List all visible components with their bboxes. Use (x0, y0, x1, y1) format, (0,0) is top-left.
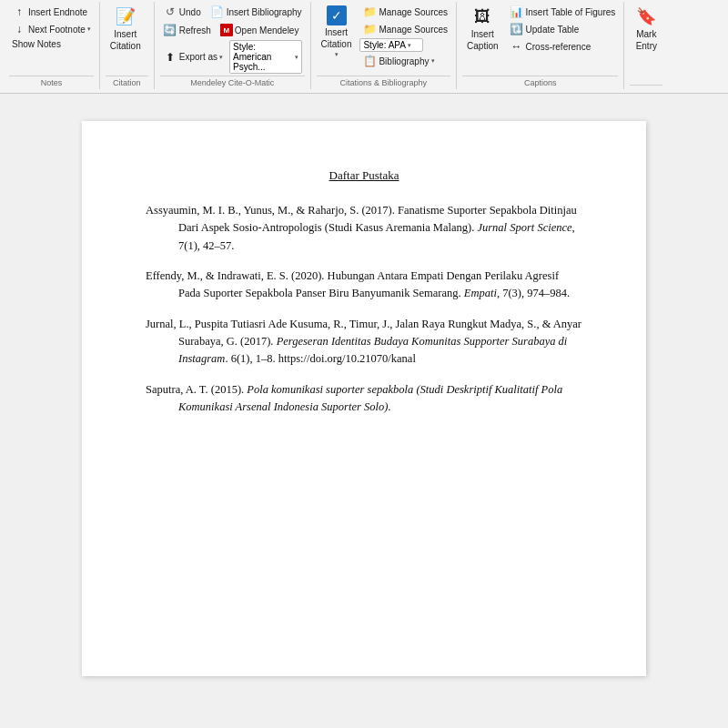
manage-sources-icon-2: 📁 (362, 22, 377, 36)
ref1-italic: Jurnal Sport Science (477, 221, 571, 234)
next-footnote-button[interactable]: ↓ Next Footnote ▾ (9, 21, 94, 37)
reference-entry-1: Assyaumin, M. I. B., Yunus, M., & Raharj… (146, 202, 582, 255)
dropdown-arrow: ▾ (87, 25, 91, 33)
citation-group-label: Citation (106, 76, 148, 87)
bibliography-button[interactable]: 📋 Bibliography ▾ (359, 53, 450, 69)
mark-entry-icon: 🔖 (635, 5, 657, 27)
ref3-text2: . 6(1), 1–8. https://doi.org/10.21070/ka… (225, 352, 415, 365)
undo-icon: ↺ (163, 5, 177, 19)
ribbon: ↑ Insert Endnote ↓ Next Footnote ▾ Show … (0, 0, 728, 94)
citations-group-label: Citations & Bibliography (317, 76, 451, 87)
cross-reference-button[interactable]: ↔ Cross-reference (507, 38, 619, 55)
insert-endnote-button[interactable]: ↑ Insert Endnote (9, 4, 94, 20)
style-dropdown-mendeley[interactable]: Style: American Psych... ▾ (229, 40, 302, 74)
table-of-figures-icon: 📊 (510, 5, 524, 19)
ribbon-group-insert-citation: 📝 Insert Citation Citation (100, 2, 155, 89)
ref2-italic: Empati (464, 287, 497, 299)
insert-caption-icon: 🖼 (471, 5, 493, 27)
manage-sources-button[interactable]: 📁 Manage Sources (359, 4, 450, 20)
reference-entry-4: Saputra, A. T. (2015). Pola komunikasi s… (146, 381, 582, 417)
ref4-text: Saputra, A. T. (2015). (146, 383, 247, 396)
undo-button[interactable]: ↺ Undo (160, 4, 204, 20)
mendeley-group-label: Mendeley Cite-O-Matic (160, 76, 305, 87)
apa-dropdown-arrow: ▾ (408, 42, 411, 49)
insert-citation-icon: 📝 (115, 5, 136, 27)
ribbon-group-mendeley: ↺ Undo 📄 Insert Bibliography 🔄 Refresh M (155, 2, 311, 89)
export-icon: ⬆ (163, 50, 177, 65)
refresh-button[interactable]: 🔄 Refresh (160, 22, 214, 38)
refresh-icon: 🔄 (163, 23, 177, 37)
document-title: Daftar Pustaka (146, 167, 582, 186)
index-group-label (630, 85, 662, 87)
endnote-icon: ↑ (12, 5, 26, 19)
mark-entry-button[interactable]: 🔖 Mark Entry (630, 4, 662, 53)
document-page: Daftar Pustaka Assyaumin, M. I. B., Yunu… (82, 121, 646, 676)
export-dropdown-arrow: ▾ (219, 54, 223, 61)
insert-citation-2-icon: ✓ (327, 5, 347, 25)
bibliography-icon: 📋 (362, 54, 377, 68)
mendeley-logo: M (220, 24, 233, 36)
reference-entry-2: Effendy, M., & Indrawati, E. S. (2020). … (146, 268, 582, 303)
style-dropdown-arrow: ▾ (295, 54, 298, 61)
insert-citation-large-button[interactable]: 📝 Insert Citation (106, 4, 146, 53)
ref2-text2: , 7(3), 974–984. (497, 287, 570, 299)
notes-group-label: Notes (9, 76, 94, 87)
document-area: Daftar Pustaka Assyaumin, M. I. B., Yunu… (0, 94, 728, 703)
ribbon-group-captions: 🖼 Insert Caption 📊 Insert Table of Figur… (457, 2, 624, 89)
cross-reference-icon: ↔ (510, 39, 524, 54)
update-table-button[interactable]: 🔃 Update Table (507, 21, 619, 37)
insert-caption-button[interactable]: 🖼 Insert Caption (462, 4, 502, 53)
ref4-text2: . (388, 400, 390, 413)
insert-bibliography-mendeley-button[interactable]: 📄 Insert Bibliography (207, 4, 305, 20)
style-apa-dropdown[interactable]: Style: APA ▾ (359, 38, 423, 52)
manage-sources-icon: 📁 (362, 5, 377, 19)
insert-table-of-figures-button[interactable]: 📊 Insert Table of Figures (507, 4, 619, 20)
reference-entry-3: Jurnal, L., Puspita Tutiasri Ade Kusuma,… (146, 316, 582, 369)
insert-citation-2-button[interactable]: ✓ Insert Citation ▾ (317, 4, 357, 60)
open-mendeley-button[interactable]: M Open Mendeley (217, 23, 302, 37)
insert-bibliography-icon: 📄 (210, 5, 225, 19)
export-as-button[interactable]: ⬆ Export as ▾ (160, 49, 226, 66)
ribbon-group-index: 🔖 Mark Entry (624, 2, 668, 89)
ribbon-group-citations: ✓ Insert Citation ▾ 📁 Manage Sources 📁 M… (311, 2, 458, 89)
update-table-icon: 🔃 (510, 22, 524, 36)
next-footnote-icon: ↓ (12, 22, 26, 36)
ribbon-group-notes: ↑ Insert Endnote ↓ Next Footnote ▾ Show … (4, 2, 100, 89)
show-notes-button[interactable]: Show Notes (9, 38, 94, 50)
captions-group-label: Captions (462, 76, 618, 87)
manage-sources-button-2[interactable]: 📁 Manage Sources (359, 21, 450, 37)
